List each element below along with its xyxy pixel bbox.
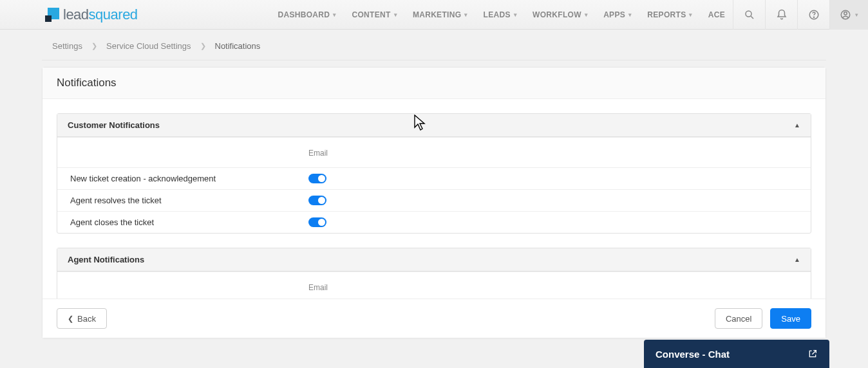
breadcrumb-service-cloud[interactable]: Service Cloud Settings	[106, 41, 191, 51]
brand-logo[interactable]: leadsquared	[45, 6, 138, 23]
chevron-down-icon: ▾	[333, 12, 336, 18]
notifications-scroll[interactable]: Customer Notifications ▲ Email New ticke…	[42, 99, 826, 299]
nav-apps[interactable]: APPS▾	[596, 0, 639, 29]
cancel-button[interactable]: Cancel	[715, 308, 762, 329]
nav-ace[interactable]: ACE	[701, 0, 733, 29]
logo-text: leadsquared	[63, 6, 138, 23]
customer-panel-toggle[interactable]: Customer Notifications ▲	[57, 114, 811, 137]
notification-row: Agent closes the ticket	[57, 211, 811, 233]
logo-mark-icon	[45, 8, 59, 22]
nav-marketing[interactable]: MARKETING▾	[405, 0, 476, 29]
chevron-down-icon: ▾	[514, 12, 517, 18]
notification-label: Agent closes the ticket	[70, 217, 308, 227]
chevron-left-icon: ❮	[68, 315, 73, 323]
notifications-card: Notifications Customer Notifications ▲ E…	[42, 67, 826, 338]
help-icon[interactable]	[797, 0, 829, 30]
svg-point-0	[746, 11, 751, 17]
notification-row: New ticket creation - acknowledgement	[57, 167, 811, 189]
chevron-right-icon: ❯	[91, 42, 97, 50]
chevron-down-icon: ▾	[394, 12, 397, 18]
chevron-down-icon: ▾	[585, 12, 588, 18]
breadcrumb: Settings ❯ Service Cloud Settings ❯ Noti…	[42, 30, 826, 60]
chat-widget[interactable]: Converse - Chat	[644, 340, 829, 368]
svg-line-1	[751, 16, 753, 19]
chevron-down-icon: ▾	[855, 12, 858, 18]
search-icon[interactable]	[733, 0, 765, 30]
customer-notifications-panel: Customer Notifications ▲ Email New ticke…	[57, 113, 811, 234]
toggle-agent-closes[interactable]	[308, 217, 326, 227]
customer-panel-title: Customer Notifications	[68, 120, 160, 130]
caret-up-icon: ▲	[794, 122, 800, 129]
svg-point-3	[813, 17, 814, 17]
nav-leads[interactable]: LEADS▾	[476, 0, 525, 29]
chevron-down-icon: ▾	[464, 12, 467, 18]
toggle-new-ticket-ack[interactable]	[308, 174, 326, 183]
notification-row: Agent resolves the ticket	[57, 189, 811, 211]
nav-workflow[interactable]: WORKFLOW▾	[525, 0, 596, 29]
chevron-right-icon: ❯	[200, 42, 206, 50]
back-button[interactable]: ❮ Back	[57, 308, 107, 329]
open-new-icon	[807, 349, 818, 359]
main-menu: DASHBOARD▾ CONTENT▾ MARKETING▾ LEADS▾ WO…	[270, 0, 733, 29]
email-column-header: Email	[308, 143, 328, 161]
breadcrumb-settings[interactable]: Settings	[52, 41, 82, 51]
agent-notifications-panel: Agent Notifications ▲ Email Ticket assig…	[57, 248, 811, 299]
svg-point-5	[844, 12, 847, 15]
page-title: Notifications	[42, 68, 826, 99]
nav-dashboard[interactable]: DASHBOARD▾	[270, 0, 344, 29]
chevron-down-icon: ▾	[628, 12, 632, 18]
notification-label: New ticket creation - acknowledgement	[70, 174, 308, 183]
caret-up-icon: ▲	[794, 256, 800, 263]
email-column-header: Email	[308, 278, 328, 296]
bell-icon[interactable]	[765, 0, 797, 30]
nav-content[interactable]: CONTENT▾	[344, 0, 405, 29]
user-menu[interactable]: ▾	[829, 0, 868, 30]
breadcrumb-current: Notifications	[215, 41, 261, 51]
chat-title: Converse - Chat	[656, 349, 730, 360]
chevron-down-icon: ▾	[689, 12, 692, 18]
top-nav: leadsquared DASHBOARD▾ CONTENT▾ MARKETIN…	[0, 0, 868, 30]
agent-panel-toggle[interactable]: Agent Notifications ▲	[57, 248, 811, 271]
nav-reports[interactable]: REPORTS▾	[639, 0, 700, 29]
card-footer: ❮ Back Cancel Save	[42, 299, 826, 338]
save-button[interactable]: Save	[770, 308, 811, 329]
toggle-agent-resolves[interactable]	[308, 196, 326, 205]
notification-label: Agent resolves the ticket	[70, 196, 308, 205]
agent-panel-title: Agent Notifications	[68, 255, 144, 264]
